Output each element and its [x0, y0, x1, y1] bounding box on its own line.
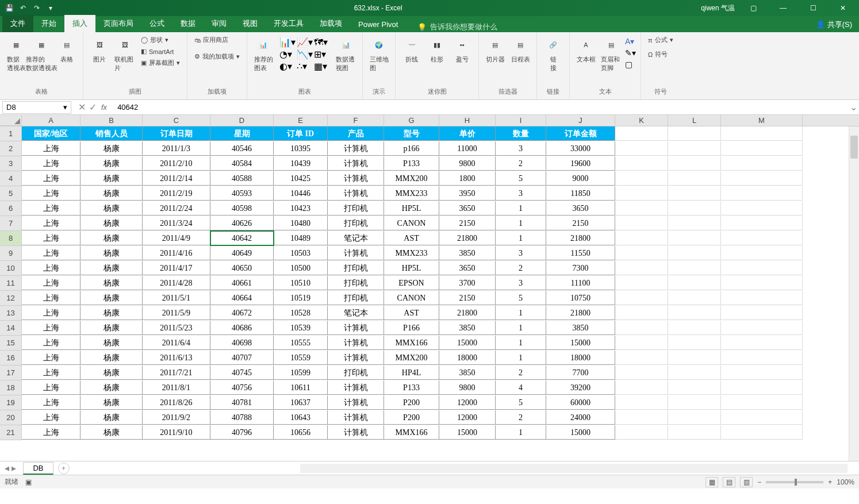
cell[interactable]: [668, 231, 721, 245]
col-header-A[interactable]: A: [22, 115, 80, 126]
cell[interactable]: 40588: [210, 171, 274, 186]
cell[interactable]: 1: [496, 306, 546, 320]
undo-icon[interactable]: ↶: [18, 3, 28, 13]
cell[interactable]: 上海: [22, 336, 80, 350]
cell[interactable]: 21800: [439, 306, 496, 320]
cell[interactable]: 5: [496, 395, 546, 410]
timeline-button[interactable]: ▤日程表: [509, 34, 532, 65]
column-sparkline-button[interactable]: ▮▮柱形: [425, 34, 448, 65]
cell[interactable]: 10480: [274, 216, 328, 230]
cell[interactable]: p166: [384, 141, 439, 156]
cell[interactable]: 上海: [22, 186, 80, 201]
row-header[interactable]: 6: [0, 201, 22, 216]
cell[interactable]: [615, 380, 668, 395]
col-header-B[interactable]: B: [80, 115, 143, 126]
select-all-corner[interactable]: [0, 115, 22, 126]
cell[interactable]: 40642: [210, 231, 274, 245]
cell[interactable]: [721, 291, 803, 305]
cell[interactable]: 2011/4/28: [143, 276, 210, 290]
cell[interactable]: [615, 246, 668, 260]
cell[interactable]: 上海: [22, 276, 80, 290]
cell[interactable]: 3650: [546, 201, 615, 216]
cell[interactable]: 2011/5/1: [143, 291, 210, 305]
cell[interactable]: [668, 276, 721, 290]
cell[interactable]: 10395: [274, 141, 328, 156]
cell[interactable]: 计算机: [328, 395, 384, 410]
cell[interactable]: 上海: [22, 201, 80, 216]
cell[interactable]: [668, 141, 721, 156]
cell[interactable]: 10555: [274, 336, 328, 350]
cell[interactable]: 上海: [22, 366, 80, 380]
cell[interactable]: [721, 410, 803, 425]
cell[interactable]: 33000: [546, 141, 615, 156]
object-icon[interactable]: ▢: [625, 60, 636, 69]
cell[interactable]: 10425: [274, 171, 328, 186]
cell[interactable]: 打印机: [328, 276, 384, 290]
cell[interactable]: [721, 246, 803, 260]
cell[interactable]: P200: [384, 395, 439, 410]
cell[interactable]: [615, 395, 668, 410]
header-footer-button[interactable]: ▤页眉和页脚: [600, 34, 623, 74]
row-header[interactable]: 7: [0, 216, 22, 231]
zoom-level[interactable]: 100%: [837, 478, 854, 486]
cell[interactable]: 2: [496, 410, 546, 425]
zoom-out-button[interactable]: −: [757, 478, 761, 486]
cell[interactable]: 杨康: [80, 366, 143, 380]
cell[interactable]: 40650: [210, 261, 274, 275]
cell[interactable]: [668, 291, 721, 305]
cell[interactable]: 上海: [22, 141, 80, 156]
signature-icon[interactable]: ✎▾: [625, 48, 636, 57]
cell[interactable]: 24000: [546, 410, 615, 425]
cell[interactable]: 2: [496, 261, 546, 275]
cell[interactable]: 39200: [546, 380, 615, 395]
cell[interactable]: [668, 306, 721, 320]
cell[interactable]: 10656: [274, 425, 328, 440]
tab-view[interactable]: 视图: [235, 15, 266, 32]
cell[interactable]: 订单金额: [546, 126, 615, 141]
cell[interactable]: 2: [496, 366, 546, 380]
cell[interactable]: [668, 246, 721, 260]
cell[interactable]: 1: [496, 231, 546, 245]
cell[interactable]: 11550: [546, 246, 615, 260]
cell[interactable]: 杨康: [80, 276, 143, 290]
cell[interactable]: 打印机: [328, 216, 384, 230]
cell[interactable]: 2150: [546, 216, 615, 230]
cell[interactable]: [721, 366, 803, 380]
cell[interactable]: 2011/5/9: [143, 306, 210, 320]
my-addins-button[interactable]: ⚙我的加载项 ▾: [192, 51, 242, 62]
cell[interactable]: 4: [496, 380, 546, 395]
cancel-formula-icon[interactable]: ✕: [78, 102, 86, 113]
cell[interactable]: 2011/7/21: [143, 366, 210, 380]
cell[interactable]: P133: [384, 380, 439, 395]
cell[interactable]: 3650: [439, 201, 496, 216]
col-header-L[interactable]: L: [668, 115, 721, 126]
row-header[interactable]: 13: [0, 306, 22, 321]
cell[interactable]: 12000: [439, 395, 496, 410]
tab-powerpivot[interactable]: Power Pivot: [350, 17, 406, 32]
cell[interactable]: [668, 425, 721, 440]
cell[interactable]: 计算机: [328, 380, 384, 395]
cell[interactable]: 计算机: [328, 156, 384, 171]
cell[interactable]: 上海: [22, 395, 80, 410]
cell[interactable]: 杨康: [80, 186, 143, 201]
cell[interactable]: [615, 141, 668, 156]
row-header[interactable]: 12: [0, 291, 22, 306]
cell[interactable]: 3700: [439, 276, 496, 290]
sheet-tab-db[interactable]: DB: [23, 462, 53, 475]
cell[interactable]: 40788: [210, 410, 274, 425]
cell[interactable]: 40598: [210, 201, 274, 216]
cell[interactable]: MMX166: [384, 336, 439, 350]
col-header-J[interactable]: J: [546, 115, 615, 126]
redo-icon[interactable]: ↷: [32, 3, 41, 13]
cell[interactable]: 1: [496, 425, 546, 440]
cell[interactable]: 2011/9/2: [143, 410, 210, 425]
cell[interactable]: 上海: [22, 156, 80, 171]
cell[interactable]: 上海: [22, 306, 80, 320]
cell[interactable]: [668, 126, 721, 141]
cell[interactable]: 杨康: [80, 410, 143, 425]
cell[interactable]: 产品: [328, 126, 384, 141]
formula-input[interactable]: 40642: [110, 103, 848, 111]
cell[interactable]: 2011/4/17: [143, 261, 210, 275]
cell[interactable]: 11000: [439, 141, 496, 156]
cell[interactable]: [721, 156, 803, 171]
